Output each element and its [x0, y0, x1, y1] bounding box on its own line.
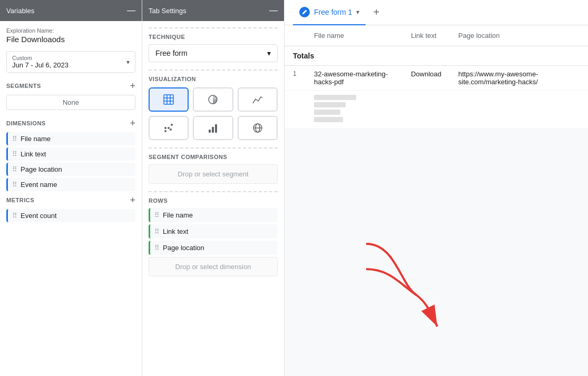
row-item-pagelocation[interactable]: ⠿ Page location	[149, 241, 278, 255]
row-linktext-blurred	[403, 91, 450, 129]
data-table: File name Link text Page location Totals…	[285, 25, 588, 129]
dimension-item-pagelocation-label: Page location	[21, 165, 62, 173]
viz-globe-button[interactable]	[238, 116, 278, 140]
svg-point-7	[168, 127, 170, 129]
tab-settings-content: TECHNIQUE Free form ▾ VISUALIZATION	[142, 21, 284, 376]
table-col-number	[285, 25, 306, 46]
metrics-section: METRICS + ⠿ Event count	[6, 195, 135, 222]
dimensions-section-title: DIMENSIONS	[6, 120, 46, 126]
table-row-blurred	[285, 91, 588, 129]
rows-label: ROWS	[149, 191, 278, 204]
tab-edit-icon	[299, 7, 310, 17]
date-range-chevron-icon: ▾	[126, 58, 130, 66]
segments-add-button[interactable]: +	[130, 81, 135, 91]
dimension-item-linktext[interactable]: ⠿ Link text	[6, 147, 135, 161]
date-range-selector[interactable]: Custom Jun 7 - Jul 6, 2023 ▾	[6, 51, 135, 73]
drag-handle-icon: ⠿	[154, 211, 160, 219]
viz-bar-button[interactable]	[193, 116, 233, 140]
viz-line-button[interactable]	[238, 87, 278, 112]
dimension-item-filename-label: File name	[21, 135, 51, 143]
table-row: 1 32-awesome-marketing-hacks-pdf Downloa…	[285, 66, 588, 91]
table-col-pagelocation[interactable]: Page location	[450, 25, 588, 46]
row-item-filename-label: File name	[163, 211, 193, 219]
tab-settings-panel-minimize[interactable]: —	[269, 6, 278, 15]
row-number: 1	[285, 66, 306, 91]
segments-section-title: SEGMENTS	[6, 83, 41, 89]
variables-content: Exploration Name: File Downloaods Custom…	[0, 21, 142, 376]
technique-chevron-icon: ▾	[267, 49, 271, 57]
tab-settings-panel-title: Tab Settings	[149, 7, 187, 15]
table-col-linktext[interactable]: Link text	[403, 25, 450, 46]
viz-scatter-button[interactable]	[149, 116, 189, 140]
tab-freeform1-label: Free form 1	[314, 8, 352, 16]
tab-add-button[interactable]: +	[368, 4, 385, 21]
row-item-linktext-label: Link text	[163, 227, 188, 235]
variables-panel-minimize[interactable]: —	[127, 6, 135, 15]
dimension-item-eventname-label: Event name	[21, 181, 57, 189]
viz-table-button[interactable]	[149, 87, 189, 112]
date-range-custom-label: Custom	[12, 55, 68, 61]
main-content: Free form 1 ▾ + File name Link text Page…	[285, 0, 588, 376]
data-table-area: File name Link text Page location Totals…	[285, 25, 588, 376]
exploration-name-value: File Downloaods	[6, 35, 135, 44]
svg-rect-12	[212, 127, 214, 133]
table-col-filename[interactable]: File name	[306, 25, 403, 46]
segments-none[interactable]: None	[6, 95, 135, 110]
technique-value: Free form	[155, 49, 188, 57]
viz-pie-button[interactable]	[193, 87, 233, 112]
svg-point-10	[170, 128, 172, 131]
dimension-item-filename[interactable]: ⠿ File name	[6, 132, 135, 145]
metrics-add-button[interactable]: +	[130, 195, 135, 205]
svg-rect-0	[164, 95, 173, 104]
exploration-name-label: Exploration Name:	[6, 27, 135, 34]
dimensions-add-button[interactable]: +	[130, 118, 135, 128]
tabs-bar: Free form 1 ▾ +	[285, 0, 588, 25]
technique-label: TECHNIQUE	[149, 27, 278, 40]
totals-label: Totals	[285, 46, 588, 66]
row-item-pagelocation-label: Page location	[163, 244, 204, 252]
drag-handle-icon: ⠿	[12, 150, 17, 158]
dimension-item-pagelocation[interactable]: ⠿ Page location	[6, 163, 135, 176]
table-header-row: File name Link text Page location	[285, 25, 588, 46]
dimensions-section-header: DIMENSIONS +	[6, 118, 135, 128]
segment-comparisons-label: SEGMENT COMPARISONS	[149, 147, 278, 160]
row-number-blurred	[285, 91, 306, 129]
svg-point-8	[171, 124, 173, 126]
svg-point-9	[164, 127, 166, 129]
metric-item-eventcount[interactable]: ⠿ Event count	[6, 209, 135, 222]
segment-comparisons-dropzone[interactable]: Drop or select segment	[149, 164, 278, 184]
totals-row: Totals	[285, 46, 588, 66]
row-pagelocation-blurred	[450, 91, 588, 129]
visualization-grid	[149, 87, 278, 140]
row-pagelocation: https://www.my-awesome-site.com/marketin…	[450, 66, 588, 91]
dimension-item-linktext-label: Link text	[21, 150, 46, 158]
row-filename-blurred	[306, 91, 403, 129]
variables-panel-header: Variables —	[0, 0, 142, 21]
row-linktext: Download	[403, 66, 450, 91]
dimension-item-eventname[interactable]: ⠿ Event name	[6, 178, 135, 191]
drag-handle-icon: ⠿	[12, 135, 17, 143]
svg-rect-11	[209, 130, 211, 133]
row-filename: 32-awesome-marketing-hacks-pdf	[306, 66, 403, 91]
drag-handle-icon: ⠿	[12, 165, 17, 173]
drag-handle-icon: ⠿	[154, 227, 160, 235]
variables-panel-title: Variables	[6, 7, 34, 15]
tab-freeform1[interactable]: Free form 1 ▾	[293, 0, 366, 25]
date-range-value: Jun 7 - Jul 6, 2023	[12, 61, 68, 69]
technique-dropdown[interactable]: Free form ▾	[149, 44, 278, 62]
date-range-text: Custom Jun 7 - Jul 6, 2023	[12, 55, 68, 69]
metrics-section-header: METRICS +	[6, 195, 135, 205]
drag-handle-icon: ⠿	[12, 212, 17, 220]
rows-dropzone[interactable]: Drop or select dimension	[149, 257, 278, 276]
visualization-label: VISUALIZATION	[149, 70, 278, 82]
variables-panel: Variables — Exploration Name: File Downl…	[0, 0, 142, 376]
row-item-filename[interactable]: ⠿ File name	[149, 208, 278, 222]
tab-chevron-icon: ▾	[356, 8, 359, 16]
tab-settings-panel: Tab Settings — TECHNIQUE Free form ▾ VIS…	[142, 0, 285, 376]
metrics-section-title: METRICS	[6, 197, 34, 203]
row-item-linktext[interactable]: ⠿ Link text	[149, 224, 278, 239]
segments-section-header: SEGMENTS +	[6, 81, 135, 91]
drag-handle-icon: ⠿	[154, 244, 160, 252]
tab-settings-panel-header: Tab Settings —	[142, 0, 284, 21]
metric-item-eventcount-label: Event count	[21, 212, 57, 220]
